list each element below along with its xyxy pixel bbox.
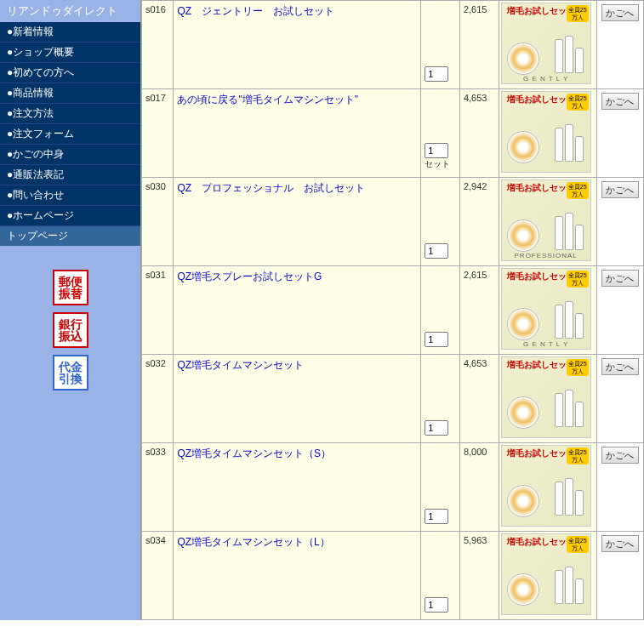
product-image-cell: 増毛お試しセット全員25万人G E N T L Y [499,266,596,355]
product-table: s016QZ ジェントリー お試しセット2,615増毛お試しセット全員25万人G… [140,0,644,620]
qty-cell [421,178,460,266]
product-link[interactable]: あの頃に戻る"増毛タイムマシンセット" [177,94,358,105]
product-id: s016 [142,1,174,89]
product-row: s033QZ増毛タイムマシンセット（S）8,000増毛お試しセット全員25万人か… [142,443,644,532]
add-to-cart-button[interactable]: かごへ [601,358,639,375]
product-row: s016QZ ジェントリー お試しセット2,615増毛お試しセット全員25万人G… [142,1,644,89]
thumb-badge: 全員25万人 [567,271,589,288]
qty-input[interactable] [425,597,448,613]
product-row: s030QZ プロフェッショナル お試しセット2,942増毛お試しセット全員25… [142,178,644,266]
qty-cell [421,355,460,443]
product-thumb[interactable]: 増毛お試しセット全員25万人 [501,91,591,173]
nav-contact[interactable]: ●問い合わせ [0,185,140,206]
bottles-icon [555,478,584,516]
disc-icon [507,219,539,252]
cart-cell: かごへ [596,266,643,355]
cart-cell: かごへ [596,178,643,266]
bottles-icon [555,213,584,250]
product-name-cell: QZ ジェントリー お試しセット [174,1,421,89]
cart-cell: かごへ [596,532,643,620]
disc-icon [507,485,539,517]
product-link[interactable]: QZ ジェントリー お試しセット [177,5,334,17]
cart-cell: かごへ [596,1,643,89]
product-link[interactable]: QZ増毛タイムマシンセット（L） [177,536,329,548]
add-to-cart-button[interactable]: かごへ [601,270,639,287]
thumb-caption: G E N T L Y [502,75,590,83]
product-name-cell: QZ増毛スプレーお試しセットG [174,266,421,355]
product-row: s017あの頃に戻る"増毛タイムマシンセット"セット4,653増毛お試しセット全… [142,89,644,178]
add-to-cart-button[interactable]: かごへ [601,181,639,198]
qty-input[interactable] [425,143,448,158]
qty-input[interactable] [425,66,448,82]
product-link[interactable]: QZ増毛スプレーお試しセットG [177,271,322,282]
product-price: 5,963 [459,532,499,620]
qty-input[interactable] [425,509,448,524]
product-image-cell: 増毛お試しセット全員25万人PROFESSIONAL [499,178,596,266]
thumb-badge: 全員25万人 [567,359,589,376]
disc-icon [507,308,539,340]
cart-cell: かごへ [596,89,643,178]
disc-icon [507,131,539,163]
payment-icons: 郵便 振替 銀行 振込 代金 引換 [0,246,140,414]
product-link[interactable]: QZ プロフェッショナル お試しセット [177,182,365,194]
bottles-icon [555,567,584,604]
qty-input[interactable] [425,332,448,347]
add-to-cart-button[interactable]: かごへ [601,535,639,552]
thumb-badge: 全員25万人 [567,447,589,464]
thumb-badge: 全員25万人 [567,5,589,22]
nav-cart[interactable]: ●かごの中身 [0,145,140,165]
product-thumb[interactable]: 増毛お試しセット全員25万人 [501,356,591,438]
daikin-icon: 代金 引換 [53,355,88,390]
cart-cell: かごへ [596,355,643,443]
qty-input[interactable] [425,243,448,259]
product-id: s031 [142,266,174,355]
product-id: s032 [142,355,174,443]
nav-howto[interactable]: ●注文方法 [0,104,140,124]
thumb-label: 増毛お試しセット [507,94,575,105]
product-link[interactable]: QZ増毛タイムマシンセット（S） [177,447,331,459]
thumb-badge: 全員25万人 [567,94,589,111]
product-price: 4,653 [459,89,499,178]
thumb-badge: 全員25万人 [567,182,589,199]
product-name-cell: QZ増毛タイムマシンセット（L） [174,532,421,620]
product-image-cell: 増毛お試しセット全員25万人 [499,355,596,443]
thumb-caption: G E N T L Y [502,340,590,348]
nav-first[interactable]: ●初めての方へ [0,63,140,83]
product-link[interactable]: QZ増毛タイムマシンセット [177,359,304,371]
product-price: 2,615 [459,1,499,89]
sidebar: リアンドゥダイレクト ●新着情報 ●ショップ概要 ●初めての方へ ●商品情報 ●… [0,0,140,620]
nav-new[interactable]: ●新着情報 [0,22,140,43]
thumb-label: 増毛お試しセット [507,536,575,548]
product-row: s032QZ増毛タイムマシンセット4,653増毛お試しセット全員25万人かごへ [142,355,644,443]
product-thumb[interactable]: 増毛お試しセット全員25万人 [501,533,591,615]
add-to-cart-button[interactable]: かごへ [601,4,639,21]
product-price: 4,653 [459,355,499,443]
product-image-cell: 増毛お試しセット全員25万人 [499,532,596,620]
thumb-label: 増毛お試しセット [507,447,575,459]
nav-homepage[interactable]: ●ホームページ [0,206,140,226]
nav-orderform[interactable]: ●注文フォーム [0,124,140,145]
product-image-cell: 増毛お試しセット全員25万人G E N T L Y [499,1,596,89]
product-thumb[interactable]: 増毛お試しセット全員25万人G E N T L Y [501,268,591,350]
qty-input[interactable] [425,420,448,436]
add-to-cart-button[interactable]: かごへ [601,447,639,464]
thumb-label: 増毛お試しセット [507,359,575,371]
nav-shop[interactable]: ●ショップ概要 [0,43,140,63]
add-to-cart-button[interactable]: かごへ [601,93,639,110]
product-price: 2,615 [459,266,499,355]
product-price: 2,942 [459,178,499,266]
nav-legal[interactable]: ●通販法表記 [0,165,140,185]
product-price: 8,000 [459,443,499,532]
product-thumb[interactable]: 増毛お試しセット全員25万人 [501,445,591,527]
cart-cell: かごへ [596,443,643,532]
product-thumb[interactable]: 増毛お試しセット全員25万人PROFESSIONAL [501,180,591,261]
nav-products[interactable]: ●商品情報 [0,83,140,104]
product-id: s030 [142,178,174,266]
thumb-label: 増毛お試しセット [507,271,575,282]
disc-icon [507,573,539,606]
nav-toppage[interactable]: トップページ [0,226,140,246]
qty-cell [421,443,460,532]
thumb-label: 増毛お試しセット [507,5,575,17]
product-thumb[interactable]: 増毛お試しセット全員25万人G E N T L Y [501,3,591,84]
product-id: s033 [142,443,174,532]
